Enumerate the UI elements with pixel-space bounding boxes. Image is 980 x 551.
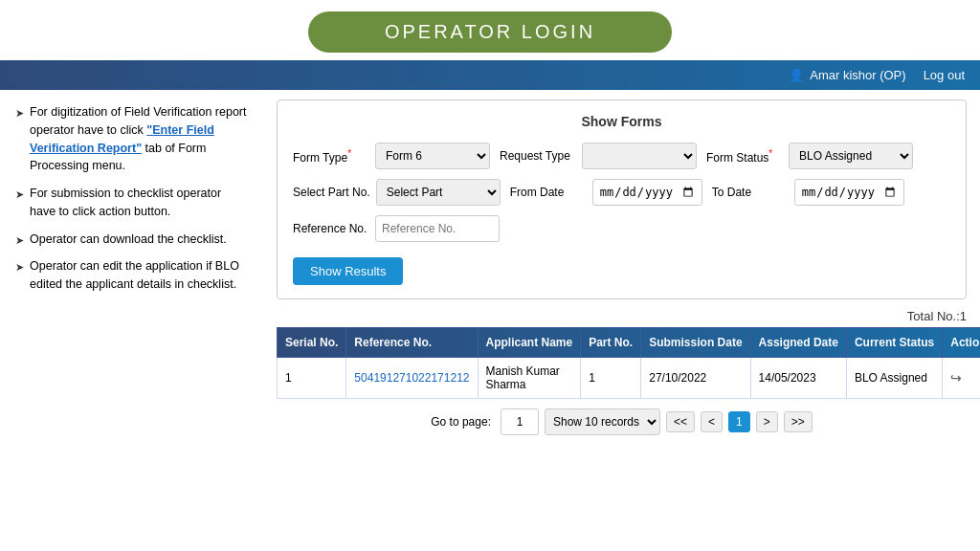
instruction-item-4: Operator can edit the application if BLO… [15,257,248,294]
form-card-title: Show Forms [293,114,950,129]
request-type-label: Request Type [500,149,576,163]
cell-serial: 1 [278,358,346,399]
col-status: Current Status [846,328,942,358]
reference-no-group: Reference No. [293,215,500,242]
prev-page-button[interactable]: < [701,411,723,432]
first-page-button[interactable]: << [666,411,695,432]
cell-reference: 504191271022171212 [346,358,478,399]
col-action: Action [943,328,980,358]
form-row-3: Reference No. [293,215,950,242]
select-part-group: Select Part No. Select Part Part 1 Part … [293,179,501,206]
form-status-select[interactable]: BLO Assigned Pending Approved Rejected [789,143,913,169]
cell-part: 1 [581,358,641,399]
person-icon: 👤 [789,68,804,82]
table-header-row: Serial No. Reference No. Applicant Name … [278,328,981,358]
cell-status: BLO Assigned [846,358,942,399]
instruction-item-1: For digitization of Field Verification r… [15,103,248,175]
form-type-select[interactable]: Form 6 Form 7 Form 8 [375,143,490,169]
records-per-page-select[interactable]: Show 10 records Show 25 records Show 50 … [545,408,660,435]
pagination-bar: Go to page: Show 10 records Show 25 reco… [277,399,967,439]
from-date-label: From Date [510,186,587,199]
form-row-2: Select Part No. Select Part Part 1 Part … [293,179,950,206]
table-body: 1 504191271022171212 Manish Kumar Sharma… [278,358,981,399]
to-date-group: To Date [712,179,904,206]
operator-login-title: OPERATOR LOGIN [308,11,672,53]
go-to-page-label: Go to page: [431,415,491,429]
request-type-group: Request Type New Modification Deletion [500,143,697,169]
from-date-group: From Date [510,179,702,206]
col-part: Part No. [581,328,641,358]
logout-button[interactable]: Log out [924,68,965,82]
cell-action: ↪ [943,358,980,399]
action-icon[interactable]: ↪ [950,370,962,386]
reference-no-input[interactable] [375,215,500,242]
table-row: 1 504191271022171212 Manish Kumar Sharma… [278,358,981,399]
cell-submission: 27/10/2022 [641,358,750,399]
select-part-label: Select Part No. [293,186,370,199]
right-panel: Show Forms Form Type* Form 6 Form 7 Form… [263,90,980,551]
instructions-list: For digitization of Field Verification r… [15,103,248,294]
go-to-page-input[interactable] [501,408,539,435]
form-type-label: Form Type* [293,148,369,165]
user-name: Amar kishor (OP) [810,68,905,82]
to-date-input[interactable] [794,179,904,206]
col-assigned: Assigned Date [750,328,846,358]
from-date-input[interactable] [592,179,702,206]
instruction-text-1: For digitization of Field Verification r… [30,103,248,175]
nav-bar: 👤 Amar kishor (OP) Log out [0,60,980,90]
instruction-text-2: For submission to checklist operator hav… [30,185,248,221]
highlight-enter-report: "Enter Field Verification Report" [30,123,214,155]
show-forms-card: Show Forms Form Type* Form 6 Form 7 Form… [277,99,967,299]
current-page-button[interactable]: 1 [728,411,750,432]
main-layout: For digitization of Field Verification r… [0,90,980,551]
left-panel: For digitization of Field Verification r… [0,90,263,551]
instruction-item-2: For submission to checklist operator hav… [15,185,248,221]
form-status-group: Form Status* BLO Assigned Pending Approv… [706,143,913,169]
table-header: Serial No. Reference No. Applicant Name … [278,328,981,358]
select-part-select[interactable]: Select Part Part 1 Part 2 Part 3 [376,179,501,206]
col-applicant: Applicant Name [478,328,581,358]
data-table: Serial No. Reference No. Applicant Name … [277,327,980,399]
instruction-text-4: Operator can edit the application if BLO… [30,257,248,294]
reference-no-label: Reference No. [293,222,369,235]
total-label: Total No.:1 [277,309,967,323]
cell-assigned: 14/05/2023 [750,358,846,399]
instruction-text-3: Operator can download the checklist. [30,231,227,249]
instruction-item-3: Operator can download the checklist. [15,231,248,249]
to-date-label: To Date [712,186,789,199]
col-submission: Submission Date [641,328,750,358]
request-type-select[interactable]: New Modification Deletion [582,143,697,169]
form-status-label: Form Status* [706,148,783,165]
last-page-button[interactable]: >> [784,411,813,432]
cell-applicant: Manish Kumar Sharma [478,358,581,399]
col-reference: Reference No. [346,328,478,358]
reference-link[interactable]: 504191271022171212 [354,371,469,385]
form-type-group: Form Type* Form 6 Form 7 Form 8 [293,143,490,169]
operator-header: OPERATOR LOGIN [0,0,980,60]
user-info: 👤 Amar kishor (OP) Log out [789,68,965,82]
form-row-1: Form Type* Form 6 Form 7 Form 8 Request … [293,143,950,169]
col-serial: Serial No. [278,328,346,358]
show-results-button[interactable]: Show Results [293,257,403,285]
next-page-button[interactable]: > [756,411,778,432]
